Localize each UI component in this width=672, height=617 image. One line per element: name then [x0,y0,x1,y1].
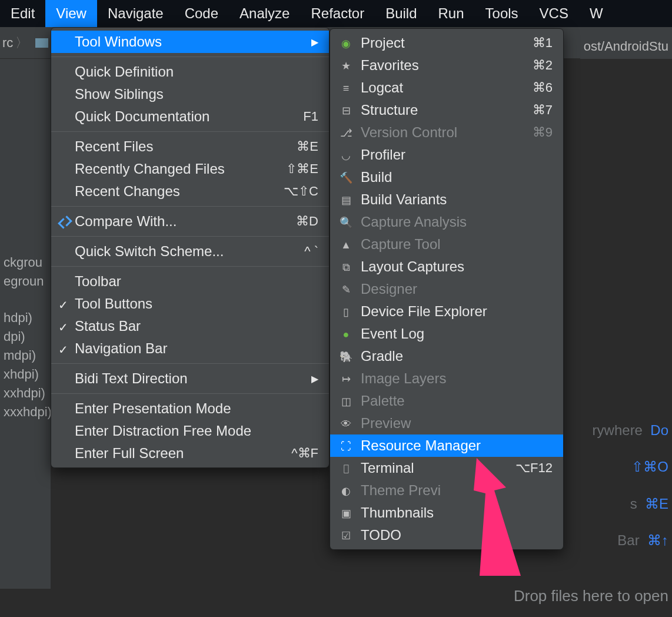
menu-label: Favorites [361,57,419,74]
submenu-profiler[interactable]: ◡ Profiler [330,144,563,166]
submenu-device-file-explorer[interactable]: ▯ Device File Explorer [330,300,563,323]
editor-hints: rywhere Do ⇧⌘O s ⌘E Bar ⌘↑ [593,412,668,559]
submenu-favorites[interactable]: ★ Favorites ⌘2 [330,54,563,77]
vcs-icon: ⎇ [340,127,352,140]
menubar-analyze[interactable]: Analyze [229,0,300,27]
submenu-resource-manager[interactable]: ⛶ Resource Manager [330,434,563,457]
structure-icon: ⊟ [340,104,352,117]
menu-label: Version Control [361,124,457,141]
menu-enter-full-screen[interactable]: Enter Full Screen ^⌘F [51,442,329,465]
shortcut: ⌘7 [533,102,553,118]
device-icon: ▯ [340,306,352,319]
path-fragment: ost/AndroidStu [580,34,672,59]
submenu-arrow-icon: ▶ [311,37,318,48]
menu-separator [51,57,329,57]
menu-quick-switch-scheme[interactable]: Quick Switch Scheme... ^ ` [51,240,329,263]
submenu-arrow-icon: ▶ [311,373,318,384]
shortcut: ⌘1 [533,35,553,51]
menu-enter-presentation-mode[interactable]: Enter Presentation Mode [51,397,329,420]
shortcut: ⌘6 [533,80,553,95]
sidebar-text: mdpi) [0,346,51,365]
menu-recent-changes[interactable]: Recent Changes ⌥⇧C [51,180,329,203]
menu-label: Device File Explorer [361,303,487,320]
menu-separator [51,266,329,267]
submenu-terminal[interactable]: ⌷ Terminal ⌥F12 [330,457,563,479]
drop-files-hint: Drop files here to open [514,587,668,605]
menu-label: Gradle [361,348,403,364]
menubar-build[interactable]: Build [375,0,427,27]
menubar-edit[interactable]: Edit [0,0,45,27]
submenu-version-control: ⎇ Version Control ⌘9 [330,121,563,144]
submenu-event-log[interactable]: ● Event Log [330,323,563,345]
menu-label: Project [361,35,405,51]
menu-label: Quick Definition [75,64,174,80]
menu-label: Structure [361,102,418,118]
tool-window-sidebar: ckgrou egroun hdpi) dpi) mdpi) xhdpi) xx… [0,59,51,589]
breadcrumb-segment[interactable]: rc [2,35,13,51]
submenu-build[interactable]: 🔨 Build [330,166,563,188]
menu-separator [51,206,329,207]
sidebar-text: ckgrou [0,253,51,272]
submenu-structure[interactable]: ⊟ Structure ⌘7 [330,99,563,121]
menu-separator [51,363,329,364]
check-icon: ✓ [58,343,68,357]
menu-label: Tool Windows [75,34,162,50]
project-icon: ◉ [340,37,352,50]
menubar-vcs[interactable]: VCS [529,0,579,27]
sidebar-text: xhdpi) [0,365,51,384]
thumbnails-icon: ▣ [340,507,352,520]
submenu-layout-captures[interactable]: ⧉ Layout Captures [330,256,563,278]
sidebar-text: xxhdpi) [0,384,51,403]
menu-label: Capture Tool [361,236,441,253]
submenu-logcat[interactable]: ≡ Logcat ⌘6 [330,77,563,99]
menubar-run[interactable]: Run [428,0,475,27]
menu-label: Status Bar [75,318,141,334]
menu-toggle-navigation-bar[interactable]: ✓ Navigation Bar [51,337,329,360]
menu-quick-documentation[interactable]: Quick Documentation F1 [51,105,329,128]
submenu-image-layers: ↦ Image Layers [330,367,563,390]
submenu-thumbnails[interactable]: ▣ Thumbnails [330,502,563,524]
menu-label: Preview [361,415,411,432]
menu-enter-distraction-free-mode[interactable]: Enter Distraction Free Mode [51,420,329,442]
submenu-gradle[interactable]: 🐘 Gradle [330,345,563,367]
menu-bidi-text-direction[interactable]: Bidi Text Direction ▶ [51,367,329,390]
submenu-theme-preview: ◐ Theme Previ [330,479,563,502]
menubar-tools[interactable]: Tools [475,0,529,27]
menu-separator [51,131,329,132]
menu-quick-definition[interactable]: Quick Definition [51,61,329,83]
menu-toggle-status-bar[interactable]: ✓ Status Bar [51,315,329,337]
menubar-navigate[interactable]: Navigate [97,0,174,27]
menu-label: Build [361,169,392,185]
menubar-window[interactable]: W [579,0,614,27]
sidebar-text: hdpi) [0,308,51,327]
menu-label: Theme Previ [361,482,441,499]
menu-label: Terminal [361,460,414,476]
menu-toggle-tool-buttons[interactable]: ✓ Tool Buttons [51,293,329,315]
menu-toggle-toolbar[interactable]: Toolbar [51,270,329,293]
menu-label: Tool Buttons [75,296,152,312]
menu-compare-with[interactable]: Compare With... ⌘D [51,210,329,233]
submenu-project[interactable]: ◉ Project ⌘1 [330,32,563,54]
menu-label: Bidi Text Direction [75,370,188,387]
menubar-view[interactable]: View [45,0,97,27]
menu-recent-files[interactable]: Recent Files ⌘E [51,135,329,158]
menu-separator [51,393,329,394]
shortcut: ⌘E [297,139,318,154]
shortcut: ^⌘F [291,446,318,461]
menu-show-siblings[interactable]: Show Siblings [51,83,329,105]
menu-label: Navigation Bar [75,340,167,357]
submenu-todo[interactable]: ☑ TODO [330,524,563,546]
submenu-build-variants[interactable]: ▤ Build Variants [330,188,563,211]
menu-label: Logcat [361,79,403,96]
shortcut: ⌥⇧C [284,184,318,199]
menu-label: Capture Analysis [361,214,467,230]
folder-icon [35,38,48,48]
menu-recently-changed-files[interactable]: Recently Changed Files ⇧⌘E [51,158,329,180]
menu-label: Enter Distraction Free Mode [75,423,251,439]
terminal-icon: ⌷ [340,462,352,475]
menubar-refactor[interactable]: Refactor [300,0,375,27]
menubar-code[interactable]: Code [174,0,229,27]
menu-tool-windows[interactable]: Tool Windows ▶ [51,31,329,53]
tool-windows-submenu: ◉ Project ⌘1 ★ Favorites ⌘2 ≡ Logcat ⌘6 … [330,28,564,550]
layers-icon: ⧉ [340,261,352,274]
